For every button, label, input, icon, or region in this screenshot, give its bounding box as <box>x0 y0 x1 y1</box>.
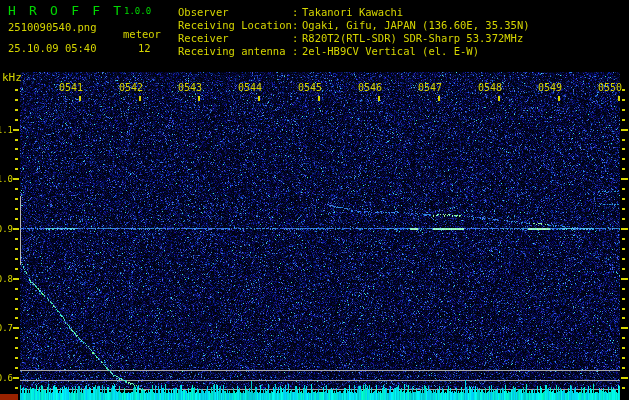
timestamp: 25.10.09 05:40 <box>8 42 97 54</box>
info-separator: : <box>292 45 302 58</box>
info-row-location: Receiving Location:Ogaki, Gifu, JAPAN (1… <box>178 19 530 32</box>
app-title: H R O F F T <box>8 3 124 18</box>
station-info: Observer:Takanori Kawachi Receiving Loca… <box>178 6 530 58</box>
mode-label: meteor <box>123 28 161 40</box>
hrofft-window: H R O F F T 1.0.0 2510090540.png meteor … <box>0 0 629 400</box>
info-separator: : <box>292 6 302 19</box>
info-label: Receiving antenna <box>178 45 292 58</box>
meteor-count: 12 <box>138 42 151 54</box>
info-row-observer: Observer:Takanori Kawachi <box>178 6 530 19</box>
info-row-receiver: Receiver:R820T2(RTL-SDR) SDR-Sharp 53.37… <box>178 32 530 45</box>
info-label: Observer <box>178 6 292 19</box>
info-row-antenna: Receiving antenna:2el-HB9CV Vertical (el… <box>178 45 530 58</box>
output-filename: 2510090540.png <box>8 21 97 33</box>
info-value: Ogaki, Gifu, JAPAN (136.60E, 35.35N) <box>302 19 530 32</box>
info-label: Receiving Location <box>178 19 292 32</box>
info-separator: : <box>292 19 302 32</box>
info-separator: : <box>292 32 302 45</box>
info-value: R820T2(RTL-SDR) SDR-Sharp 53.372MHz <box>302 32 523 45</box>
info-value: Takanori Kawachi <box>302 6 403 19</box>
app-version: 1.0.0 <box>124 6 151 16</box>
header: H R O F F T 1.0.0 2510090540.png meteor … <box>0 0 629 72</box>
info-value: 2el-HB9CV Vertical (el. E-W) <box>302 45 479 58</box>
info-label: Receiver <box>178 32 292 45</box>
